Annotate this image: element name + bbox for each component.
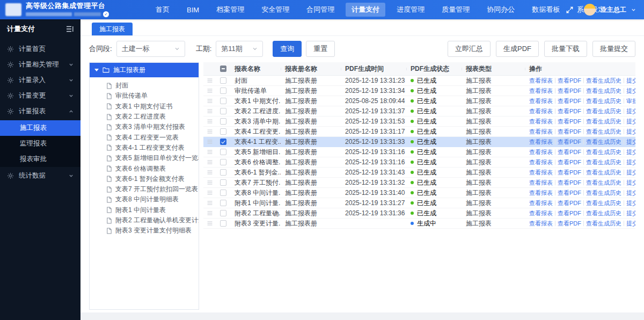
sidebar-item-5[interactable]: 统计数据 — [0, 168, 80, 184]
sidebar-subitem-4-0[interactable]: 施工报表 — [0, 120, 80, 136]
operation-link-0[interactable]: 查看报表 — [529, 158, 553, 166]
operation-link-1[interactable]: 查看PDF — [558, 220, 581, 228]
contract-section-select[interactable]: 土建一标 — [116, 41, 185, 57]
tree-item-10[interactable]: 支表7 开工预付款扣回一览表 — [90, 184, 199, 194]
operation-link-2[interactable]: 查看生成历史 — [586, 179, 621, 187]
nav-item-5[interactable]: 计量支付 — [346, 3, 385, 17]
operation-link-3[interactable]: 提交审批 — [626, 87, 635, 95]
fullscreen-icon[interactable] — [566, 6, 574, 14]
row-checkbox[interactable] — [220, 149, 226, 155]
row-checkbox[interactable] — [220, 169, 226, 176]
operation-link-3[interactable]: 提交审批 — [626, 158, 635, 166]
operation-link-2[interactable]: 查看生成历史 — [586, 77, 621, 85]
operation-link-2[interactable]: 查看生成历史 — [586, 118, 621, 126]
operation-link-1[interactable]: 查看PDF — [558, 148, 581, 156]
operation-link-2[interactable]: 查看生成历史 — [586, 169, 621, 177]
tree-item-11[interactable]: 支表8 中间计量明细表 — [90, 194, 199, 205]
row-checkbox[interactable] — [220, 118, 226, 125]
menu-fold-icon[interactable] — [66, 26, 74, 32]
reset-button[interactable]: 重置 — [306, 41, 335, 57]
row-checkbox[interactable] — [220, 88, 226, 94]
operation-link-1[interactable]: 查看PDF — [558, 189, 581, 197]
operation-link-1[interactable]: 查看PDF — [558, 128, 581, 136]
operation-link-0[interactable]: 查看报表 — [529, 189, 553, 197]
operation-link-0[interactable]: 查看报表 — [529, 179, 553, 187]
tree-item-13[interactable]: 附表2 工程量确认单机变更计量表 — [90, 215, 199, 226]
nav-item-6[interactable]: 进度管理 — [391, 3, 430, 17]
row-checkbox[interactable] — [220, 98, 226, 104]
select-all-checkbox[interactable] — [220, 66, 226, 72]
row-checkbox[interactable] — [220, 200, 226, 206]
drag-handle-icon[interactable] — [203, 221, 216, 226]
operation-link-2[interactable]: 查看生成历史 — [586, 199, 621, 207]
drag-handle-icon[interactable] — [203, 109, 216, 113]
tree-item-7[interactable]: 支表5 新增细目单价支付一览表 — [90, 153, 199, 163]
operation-link-1[interactable]: 查看PDF — [558, 97, 581, 105]
row-checkbox[interactable] — [220, 139, 226, 145]
operation-link-3[interactable]: 提交审批 — [626, 179, 635, 187]
operation-link-2[interactable]: 查看生成历史 — [586, 158, 621, 166]
drag-handle-icon[interactable] — [203, 170, 216, 174]
drag-handle-icon[interactable] — [203, 140, 216, 144]
bulk-action-button-0[interactable]: 立即汇总 — [448, 41, 491, 57]
operation-link-2[interactable]: 查看生成历史 — [586, 138, 621, 146]
tree-item-1[interactable]: 审批传递单 — [90, 91, 199, 101]
drag-handle-icon[interactable] — [203, 99, 216, 103]
operation-link-2[interactable]: 查看生成历史 — [586, 220, 621, 228]
avatar[interactable] — [584, 4, 596, 16]
drag-handle-icon[interactable] — [203, 129, 216, 134]
row-checkbox[interactable] — [220, 190, 226, 196]
operation-link-0[interactable]: 查看报表 — [529, 87, 553, 95]
drag-handle-icon[interactable] — [203, 211, 216, 215]
operation-link-0[interactable]: 查看报表 — [529, 107, 553, 115]
nav-item-2[interactable]: 档案管理 — [210, 3, 250, 17]
drag-handle-icon[interactable] — [203, 89, 216, 93]
drag-handle-icon[interactable] — [203, 150, 216, 154]
nav-item-7[interactable]: 质量管理 — [436, 3, 475, 17]
operation-link-2[interactable]: 查看生成历史 — [586, 87, 621, 95]
sidebar-item-1[interactable]: 计量相关管理 — [0, 57, 80, 72]
row-checkbox[interactable] — [220, 210, 226, 216]
operation-link-3[interactable]: 提交审批 — [626, 118, 635, 126]
row-checkbox[interactable] — [220, 159, 226, 165]
operation-link-1[interactable]: 查看PDF — [558, 158, 581, 166]
nav-item-4[interactable]: 合同管理 — [301, 3, 340, 17]
operation-link-3[interactable]: 提交审批 — [626, 199, 635, 207]
tree-item-14[interactable]: 附表3 变更计量支付明细表 — [90, 226, 199, 236]
nav-item-3[interactable]: 安全管理 — [255, 3, 295, 17]
operation-link-0[interactable]: 查看报表 — [529, 138, 553, 146]
tree-item-12[interactable]: 附表1 中间计量表 — [90, 205, 199, 215]
row-checkbox[interactable] — [220, 77, 226, 84]
operation-link-2[interactable]: 查看生成历史 — [586, 148, 621, 156]
bulk-action-button-2[interactable]: 批量下载 — [544, 41, 587, 57]
operation-link-1[interactable]: 查看PDF — [558, 107, 581, 115]
operation-link-2[interactable]: 查看生成历史 — [586, 209, 621, 217]
operation-link-1[interactable]: 查看PDF — [558, 179, 581, 187]
sidebar-item-0[interactable]: 计量首页 — [0, 41, 80, 57]
operation-link-1[interactable]: 查看PDF — [558, 118, 581, 126]
operation-link-0[interactable]: 查看报表 — [529, 97, 553, 105]
operation-link-2[interactable]: 查看生成历史 — [586, 128, 621, 136]
bulk-action-button-1[interactable]: 生成PDF — [496, 41, 539, 57]
operation-link-0[interactable]: 查看报表 — [529, 77, 553, 85]
row-checkbox[interactable] — [220, 220, 226, 227]
operation-link-2[interactable]: 查看生成历史 — [586, 107, 621, 115]
operation-link-1[interactable]: 查看PDF — [558, 77, 581, 85]
nav-item-0[interactable]: 首页 — [150, 3, 175, 17]
operation-link-3[interactable]: 提交审批 — [626, 220, 635, 228]
operation-link-3[interactable]: 审批历史 — [626, 97, 635, 105]
tree-item-9[interactable]: 支表6-1 暂列金额支付表 — [90, 174, 199, 184]
operation-link-0[interactable]: 查看报表 — [529, 169, 553, 177]
tree-item-2[interactable]: 支表1 中期支付证书 — [90, 101, 199, 112]
operation-link-0[interactable]: 查看报表 — [529, 118, 553, 126]
nav-item-1[interactable]: BIM — [181, 4, 205, 16]
operation-link-0[interactable]: 查看报表 — [529, 220, 553, 228]
operation-link-1[interactable]: 查看PDF — [558, 209, 581, 217]
operation-link-0[interactable]: 查看报表 — [529, 148, 553, 156]
tree-item-8[interactable]: 支表6 价格调整表 — [90, 163, 199, 173]
sidebar-item-4[interactable]: 计量报表 — [0, 104, 80, 119]
row-checkbox[interactable] — [220, 128, 226, 135]
tree-root-node[interactable]: 施工报表册 — [90, 63, 199, 77]
operation-link-3[interactable]: 提交审批 — [626, 138, 635, 146]
operation-link-3[interactable]: 提交审批 — [626, 148, 635, 156]
